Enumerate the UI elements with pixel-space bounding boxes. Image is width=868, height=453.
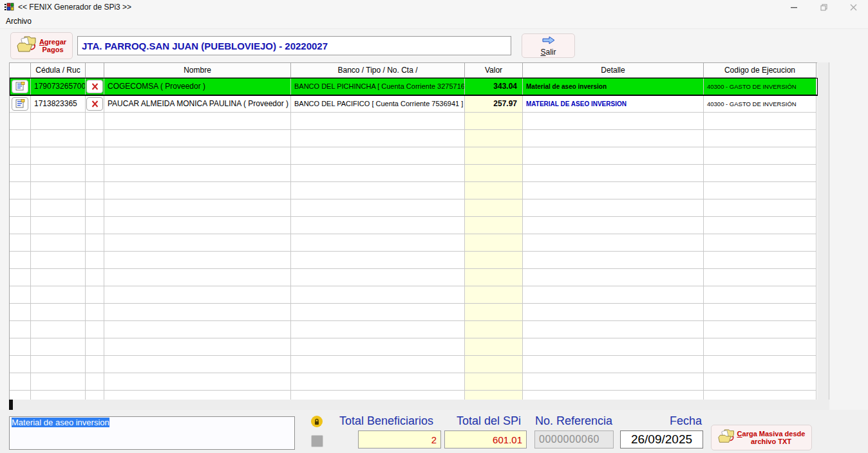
no-referencia-label: No. Referencia bbox=[529, 414, 618, 429]
cell-codigo: 40300 - GASTO DE INVERSIÓN bbox=[704, 78, 816, 95]
header-edit-col bbox=[10, 63, 31, 78]
lock-icon bbox=[311, 416, 323, 427]
window-title: << FENIX Generador de SPi3 >> bbox=[18, 3, 131, 12]
table-row[interactable]: 1713823365 PAUCAR ALMEIDA MONICA PAULINA… bbox=[10, 95, 818, 113]
empty-table-row bbox=[10, 391, 818, 400]
cell-banco: BANCO DEL PACIFICO [ Cuenta Corriente 75… bbox=[291, 95, 465, 113]
cell-valor: 257.97 bbox=[465, 95, 523, 113]
detalle-textarea[interactable]: Material de aseo inversion bbox=[9, 416, 295, 450]
total-spi-label: Total del SPi bbox=[449, 414, 528, 429]
gray-swatch bbox=[311, 435, 323, 447]
delete-row-button[interactable] bbox=[86, 97, 103, 111]
carga-masiva-label-line1: Carga Masiva desde bbox=[737, 430, 806, 438]
agregar-pagos-label-line1: Agregar bbox=[39, 38, 66, 46]
edit-properties-icon bbox=[15, 99, 25, 108]
close-icon bbox=[850, 4, 857, 11]
payments-table: Cédula / Ruc Nombre Banco / Tipo / No. C… bbox=[9, 62, 818, 400]
cell-cedula: 1713823365 bbox=[31, 95, 86, 113]
empty-table-row bbox=[10, 234, 818, 252]
header-delete-col bbox=[86, 63, 104, 78]
delete-x-icon bbox=[91, 83, 99, 90]
empty-table-row bbox=[10, 147, 818, 165]
edit-properties-icon bbox=[15, 82, 25, 91]
header-banco: Banco / Tipo / No. Cta / bbox=[291, 63, 465, 78]
header-cedula: Cédula / Ruc bbox=[31, 63, 86, 78]
cell-valor: 343.04 bbox=[465, 78, 523, 95]
restore-icon bbox=[820, 4, 827, 11]
vertical-scrollbar[interactable] bbox=[817, 62, 829, 400]
carga-masiva-label-line2: archivo TXT bbox=[751, 438, 791, 445]
empty-table-row bbox=[10, 252, 818, 269]
salir-button[interactable]: Salir bbox=[522, 33, 575, 58]
maximize-button[interactable] bbox=[809, 0, 838, 14]
menubar: Archivo bbox=[0, 14, 868, 29]
horizontal-scrollbar[interactable] bbox=[9, 400, 829, 410]
header-valor: Valor bbox=[465, 63, 523, 78]
edit-row-button[interactable] bbox=[12, 80, 28, 93]
empty-table-row bbox=[10, 321, 818, 338]
minimize-button[interactable] bbox=[779, 0, 809, 14]
empty-table-row bbox=[10, 304, 818, 321]
cell-cedula: 1790732657001 bbox=[31, 78, 86, 95]
fecha-field[interactable]: 26/09/2025 bbox=[620, 430, 703, 448]
minimize-icon bbox=[791, 7, 797, 8]
cell-nombre: COGECOMSA ( Proveedor ) bbox=[104, 78, 291, 95]
agregar-pagos-label-line2: Pagos bbox=[42, 46, 63, 53]
agregar-pagos-button[interactable]: Agregar Pagos bbox=[10, 32, 73, 59]
empty-table-row bbox=[10, 356, 818, 373]
total-beneficiarios-label: Total Beneficiarios bbox=[330, 414, 443, 429]
empty-table-row bbox=[10, 338, 818, 356]
header-codigo: Codigo de Ejecucion bbox=[704, 63, 816, 78]
table-row[interactable]: 1790732657001 COGECOMSA ( Proveedor ) BA… bbox=[10, 78, 818, 95]
empty-table-row bbox=[10, 286, 818, 304]
app-icon bbox=[4, 2, 14, 12]
exit-arrow-icon bbox=[542, 35, 556, 47]
total-spi-value: 601.01 bbox=[444, 430, 527, 448]
table-header-row: Cédula / Ruc Nombre Banco / Tipo / No. C… bbox=[10, 63, 818, 78]
cell-codigo: 40300 - GASTO DE INVERSIÓN bbox=[704, 95, 816, 113]
menu-item-archivo[interactable]: Archivo bbox=[0, 15, 37, 27]
header-nombre: Nombre bbox=[104, 63, 291, 78]
header-detalle: Detalle bbox=[523, 63, 704, 78]
selected-text: Material de aseo inversion bbox=[12, 418, 109, 427]
horizontal-scrollbar-thumb[interactable] bbox=[9, 400, 13, 410]
empty-table-row bbox=[10, 130, 818, 147]
close-button[interactable] bbox=[838, 0, 868, 14]
cell-detalle: MATERIAL DE ASEO INVERSION bbox=[523, 95, 704, 113]
edit-row-button[interactable] bbox=[12, 97, 28, 111]
titlebar: << FENIX Generador de SPi3 >> bbox=[0, 0, 868, 14]
main-area: Agregar Pagos Salir Cédula / Ruc Nombre … bbox=[0, 29, 868, 410]
empty-table-row bbox=[10, 199, 818, 217]
add-payments-folder-icon bbox=[17, 35, 37, 56]
cell-banco: BANCO DEL PICHINCHA [ Cuenta Corriente 3… bbox=[291, 78, 465, 95]
entity-title-input[interactable] bbox=[77, 36, 511, 55]
empty-table-row bbox=[10, 182, 818, 199]
table-body: 1790732657001 COGECOMSA ( Proveedor ) BA… bbox=[10, 78, 818, 400]
delete-row-button[interactable] bbox=[86, 80, 103, 93]
empty-table-row bbox=[10, 373, 818, 391]
empty-table-row bbox=[10, 165, 818, 182]
no-referencia-field: 0000000060 bbox=[534, 430, 614, 448]
total-beneficiarios-value: 2 bbox=[358, 430, 441, 448]
salir-label: Salir bbox=[540, 48, 556, 57]
empty-table-row bbox=[10, 113, 818, 130]
cell-detalle: Material de aseo inversion bbox=[523, 78, 704, 95]
empty-table-row bbox=[10, 269, 818, 286]
delete-x-icon bbox=[91, 100, 99, 107]
carga-masiva-button[interactable]: Carga Masiva desde archivo TXT bbox=[711, 425, 812, 450]
empty-table-row bbox=[10, 217, 818, 234]
cell-nombre: PAUCAR ALMEIDA MONICA PAULINA ( Proveedo… bbox=[104, 95, 291, 113]
load-txt-folder-icon bbox=[718, 429, 735, 447]
footer-panel: Material de aseo inversion Total Benefic… bbox=[0, 410, 868, 453]
